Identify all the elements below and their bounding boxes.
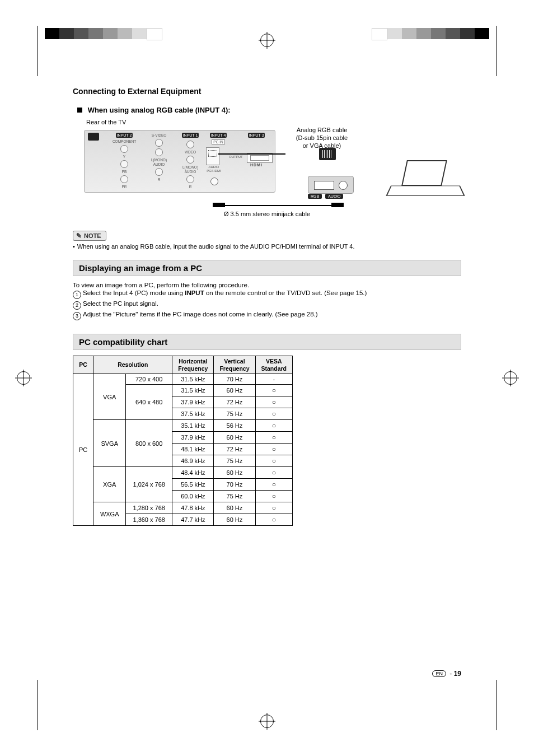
table-row: XGA 1,024 x 768 48.4 kHz 60 Hz ○ xyxy=(73,467,293,479)
cell: 72 Hz xyxy=(214,396,255,408)
cell: ○ xyxy=(255,444,293,455)
pc-port-labels: RGB AUDIO xyxy=(308,194,343,199)
laptop-icon xyxy=(388,160,461,199)
th-hfreq: HorizontalFrequency xyxy=(172,356,214,374)
xga-cell: XGA xyxy=(93,467,126,502)
input4-label: INPUT 4 xyxy=(210,133,227,138)
cell: ○ xyxy=(255,432,293,444)
rgb-heading: When using analog RGB cable (INPUT 4): xyxy=(77,106,461,114)
cell: 35.1 kHz xyxy=(172,420,214,432)
minijack-cable-label: Ø 3.5 mm stereo minijack cable xyxy=(224,211,310,217)
compat-chart-heading: PC compatibility chart xyxy=(73,334,461,350)
crop-tick xyxy=(37,680,38,730)
crop-tick xyxy=(496,680,497,730)
page-footer: EN - 19 xyxy=(432,670,461,678)
vga-plug-icon xyxy=(319,148,336,160)
input3-label: INPUT 3 xyxy=(248,133,265,138)
th-vesa: VESAStandard xyxy=(255,356,293,374)
video-label: VIDEO xyxy=(175,150,205,154)
cell: 60 Hz xyxy=(214,467,255,479)
lmono-label: L(MONO) xyxy=(144,158,174,162)
registration-mark-bottom xyxy=(260,715,274,728)
r-label: R xyxy=(144,178,174,181)
pr-label: PR xyxy=(109,185,139,189)
note-text-content: When using an analog RGB cable, input th… xyxy=(77,243,355,250)
cell: 56 Hz xyxy=(214,420,255,432)
th-resolution: Resolution xyxy=(93,356,172,374)
input1-label: INPUT 1 xyxy=(182,133,199,138)
tv-rear-panel-graphic: INPUT 2 COMPONENT Y PB PR S-VIDEO L(MONO… xyxy=(84,130,275,193)
input2-label: INPUT 2 xyxy=(116,133,133,138)
th-vfreq: VerticalFrequency xyxy=(214,356,255,374)
step-1: 1Select the Input 4 (PC) mode using INPU… xyxy=(73,290,461,299)
step-3: 3Adjust the "Picture" items if the PC im… xyxy=(73,311,461,320)
output-label: OUTPUT xyxy=(229,155,243,158)
color-bar-right xyxy=(372,28,489,40)
pc-rgb-audio-panel-icon xyxy=(308,176,354,194)
cell: - xyxy=(255,374,293,385)
cell: ○ xyxy=(255,514,293,526)
minijack-plug-icon xyxy=(331,203,344,207)
cell: 75 Hz xyxy=(214,455,255,467)
cell: 48.1 kHz xyxy=(172,444,214,455)
analog-rgb-cable-label: Analog RGB cable (D-sub 15pin cable or V… xyxy=(283,127,361,150)
audio-port-label: AUDIO xyxy=(325,194,343,199)
cell: ○ xyxy=(255,385,293,396)
r-label2: R xyxy=(175,185,205,189)
cell: 60.0 kHz xyxy=(172,491,214,502)
audio-pc-hdmi-label: AUDIO PC/HDMI xyxy=(204,165,224,172)
page-number: 19 xyxy=(454,670,461,678)
cell: 720 x 400 xyxy=(126,374,172,385)
cell: 37.9 kHz xyxy=(172,396,214,408)
pb-label: PB xyxy=(109,170,139,174)
cell: 70 Hz xyxy=(214,479,255,491)
cell: ○ xyxy=(255,396,293,408)
connection-diagram: Rear of the TV INPUT 2 COMPONENT Y PB PR… xyxy=(84,119,461,222)
cell: 31.5 kHz xyxy=(172,374,214,385)
footer-sep: - xyxy=(449,670,452,678)
cell: 60 Hz xyxy=(214,502,255,514)
cell: 800 x 600 xyxy=(126,420,172,467)
pin-icon: ✎ xyxy=(76,232,82,240)
cell: ○ xyxy=(255,491,293,502)
vga-cell: VGA xyxy=(93,374,126,420)
crop-tick xyxy=(37,26,38,76)
cell: 1,360 x 768 xyxy=(126,514,172,526)
audio-label2: AUDIO xyxy=(175,170,205,174)
note-text: •When using an analog RGB cable, input t… xyxy=(73,243,461,250)
cell: 46.9 kHz xyxy=(172,455,214,467)
table-row: SVGA 800 x 600 35.1 kHz 56 Hz ○ xyxy=(73,420,293,432)
cell: 60 Hz xyxy=(214,514,255,526)
svideo-label: S-VIDEO xyxy=(144,133,174,137)
page-title: Connecting to External Equipment xyxy=(73,87,461,96)
y-label: Y xyxy=(109,155,139,158)
cell: 75 Hz xyxy=(214,408,255,420)
vga-port-icon xyxy=(206,147,219,165)
cell: 31.5 kHz xyxy=(172,385,214,396)
pc-compatibility-table: PC Resolution HorizontalFrequency Vertic… xyxy=(73,356,293,526)
step-2: 2Select the PC input signal. xyxy=(73,300,461,310)
cell: ○ xyxy=(255,420,293,432)
audio-label: AUDIO xyxy=(144,162,174,166)
cell: 1,024 x 768 xyxy=(126,467,172,502)
note-badge: ✎ NOTE xyxy=(73,231,106,241)
displaying-pc-heading: Displaying an image from a PC xyxy=(73,260,461,276)
input-bold: INPUT xyxy=(185,290,204,296)
audio-jack-icon xyxy=(210,178,218,185)
audio-cable-line xyxy=(214,205,337,206)
table-row: WXGA 1,280 x 768 47.8 kHz 60 Hz ○ xyxy=(73,502,293,514)
lmono-label2: L(MONO) xyxy=(175,165,205,169)
hdmi-label: HDMI xyxy=(250,163,263,167)
cell: 60 Hz xyxy=(214,432,255,444)
registration-mark-left xyxy=(17,371,30,385)
note-badge-text: NOTE xyxy=(84,232,101,239)
rgb-port-label: RGB xyxy=(308,194,322,199)
cell: ○ xyxy=(255,479,293,491)
wxga-cell: WXGA xyxy=(93,502,126,526)
cell: ○ xyxy=(255,408,293,420)
headphone-icon xyxy=(88,133,99,141)
cell: 60 Hz xyxy=(214,385,255,396)
registration-mark-top xyxy=(260,34,274,47)
table-row: PC VGA 720 x 400 31.5 kHz 70 Hz - xyxy=(73,374,293,385)
cell: ○ xyxy=(255,502,293,514)
